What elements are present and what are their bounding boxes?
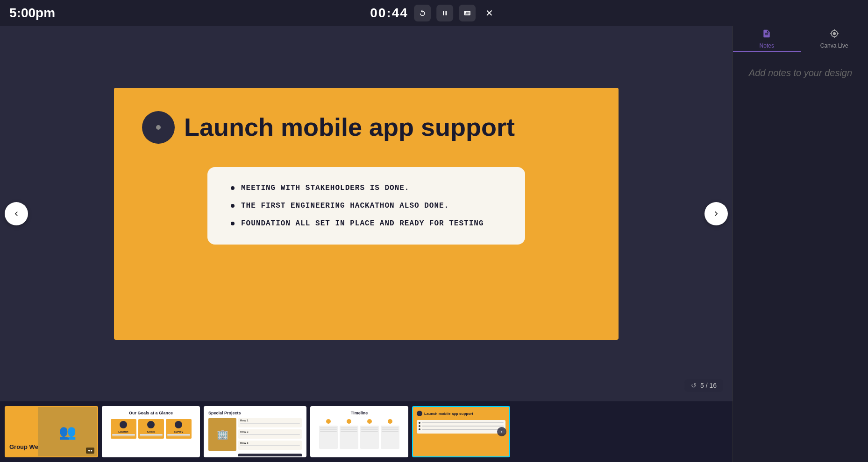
slide-title-row: Launch mobile app support	[142, 111, 591, 144]
thumb-5-box	[417, 420, 505, 434]
counter-value: 5 / 16	[700, 382, 717, 389]
close-button[interactable]: ✕	[481, 5, 498, 21]
thumb-3-title: Special Projects	[208, 411, 302, 415]
thumb-2-dot-3	[175, 421, 182, 428]
thumbnail-2[interactable]: Our Goals at a Glance Launch Goals	[102, 406, 200, 457]
bullet-item-2: The first engineering hackathon also don…	[231, 202, 502, 210]
tab-notes[interactable]: Notes	[733, 26, 801, 52]
prev-slide-button[interactable]	[5, 202, 28, 225]
slide-icon	[142, 111, 175, 144]
notes-icon	[762, 29, 771, 38]
live-icon	[830, 29, 839, 38]
thumb-5-dot-2	[419, 425, 420, 427]
thumb-4-item-1	[319, 419, 338, 449]
main-area: Launch mobile app support Meeting with s…	[0, 26, 868, 462]
thumb-2-item-3: Survey	[166, 419, 192, 439]
thumb-2-dot-1	[120, 421, 127, 428]
thumbnail-4[interactable]: Timeline	[310, 406, 408, 457]
thumbnail-5[interactable]: Launch mobile app support	[412, 406, 510, 457]
bullet-item-3: Foundation all set in place and ready fo…	[231, 219, 502, 228]
thumb-3-row-line-3	[240, 445, 300, 446]
thumb-4-box-4	[381, 426, 399, 449]
bullet-text-3: Foundation all set in place and ready fo…	[241, 219, 484, 228]
slide-content-box: Meeting with stakeholders is done. The f…	[207, 167, 525, 245]
thumb-5-text-1	[422, 422, 504, 423]
thumb-4-item-3	[360, 419, 379, 449]
thumb-4-box-line-11	[382, 429, 398, 430]
thumb-4-box-line-1	[320, 427, 337, 428]
pause-button[interactable]	[436, 5, 453, 21]
thumb-4-dot-2	[347, 419, 351, 424]
notes-panel: Notes Canva Live Add notes to your desig…	[733, 26, 868, 462]
thumb-1-badge: ●●	[86, 448, 94, 454]
thumb-4-title: Timeline	[315, 411, 404, 415]
thumb-3-row-2: Row 2	[238, 429, 302, 439]
thumb-5-line-2	[419, 425, 504, 427]
thumb-4-item-2	[340, 419, 358, 449]
thumb-2-item-2: Goals	[138, 419, 164, 439]
thumb-4-dot-1	[326, 419, 331, 424]
thumb-3-rows: Row 1 Row 2 Row 3	[238, 418, 302, 457]
thumb-4-box-line-6	[341, 431, 357, 432]
keyboard-icon	[463, 9, 471, 17]
rewind-button[interactable]	[414, 5, 431, 21]
thumb-2-item-line-3	[140, 434, 163, 435]
thumb-5-title: Launch mobile app support	[424, 412, 473, 416]
thumb-2-dot-2	[147, 421, 155, 428]
thumb-4-box-3	[360, 426, 379, 449]
timer-controls: 00:44 ✕	[370, 5, 498, 21]
thumb-5-line-3	[419, 428, 504, 430]
notes-placeholder: Add notes to your design	[749, 66, 852, 79]
thumb-2-item-title-1: Launch	[112, 430, 135, 433]
thumb-3-row-title-1: Row 1	[240, 419, 300, 422]
thumb-2-item-title-2: Goals	[140, 430, 163, 433]
thumb-2-items: Launch Goals Survey	[107, 419, 195, 439]
tab-canva-live[interactable]: Canva Live	[801, 26, 868, 52]
thumb-2-title: Our Goals at a Glance	[107, 411, 195, 415]
thumb-1-content: 👥 Group Weekly Updates ●●	[6, 407, 97, 456]
rewind-icon	[419, 9, 426, 17]
bullet-dot-1	[231, 186, 235, 190]
thumb-2-item-line-4	[140, 435, 163, 436]
thumb-3-image: 🏢	[208, 418, 236, 451]
thumb-4-box-2	[340, 426, 358, 449]
thumb-4-box-line-8	[361, 429, 378, 430]
slide-title: Launch mobile app support	[184, 113, 515, 141]
next-slide-button[interactable]	[704, 202, 728, 225]
thumb-2-item-1: Launch	[111, 419, 136, 439]
thumb-5-text-2	[422, 426, 504, 427]
thumb-2-item-line-6	[167, 435, 190, 436]
thumb-4-content: Timeline	[311, 407, 407, 456]
notes-content: Add notes to your design	[733, 52, 868, 462]
thumb-3-small-box	[238, 454, 302, 457]
tab-live-label: Canva Live	[820, 42, 848, 49]
thumb-5-text-3	[422, 429, 504, 430]
thumb-5-header: Launch mobile app support	[417, 411, 505, 416]
thumb-3-row-line-1	[240, 423, 300, 424]
top-bar: 5:00pm 00:44 ✕	[0, 0, 868, 26]
thumb-4-box-line-5	[341, 429, 357, 430]
keyboard-button[interactable]	[459, 5, 476, 21]
thumbnail-3[interactable]: Special Projects 🏢 Row 1 Row 2	[204, 406, 306, 457]
time-display: 5:00pm	[9, 6, 55, 21]
bullet-dot-3	[231, 222, 235, 225]
tab-notes-label: Notes	[760, 42, 774, 49]
thumb-3-row-title-3: Row 3	[240, 441, 300, 444]
thumb-4-box-line-10	[382, 427, 398, 428]
thumbnails-strip: 👥 Group Weekly Updates ●● Our Goals at a…	[0, 401, 733, 462]
thumbnail-1[interactable]: 👥 Group Weekly Updates ●●	[5, 406, 98, 457]
thumb-4-box-line-7	[361, 427, 378, 428]
close-icon: ✕	[485, 7, 493, 19]
thumb-3-row-3: Row 3	[238, 441, 302, 450]
pause-icon	[441, 9, 448, 17]
chevron-left-icon	[12, 209, 21, 218]
timer-value: 00:44	[370, 6, 408, 21]
slide-container: Launch mobile app support Meeting with s…	[0, 26, 733, 401]
thumb-5-content: Launch mobile app support	[413, 407, 509, 456]
thumb-4-box-line-3	[320, 431, 337, 432]
thumb-2-item-title-3: Survey	[167, 430, 190, 433]
thumb-5-dot-3	[419, 428, 420, 430]
bullet-item-1: Meeting with stakeholders is done.	[231, 184, 502, 192]
thumb-2-item-line-1	[112, 434, 135, 435]
thumb-4-box-line-2	[320, 429, 337, 430]
